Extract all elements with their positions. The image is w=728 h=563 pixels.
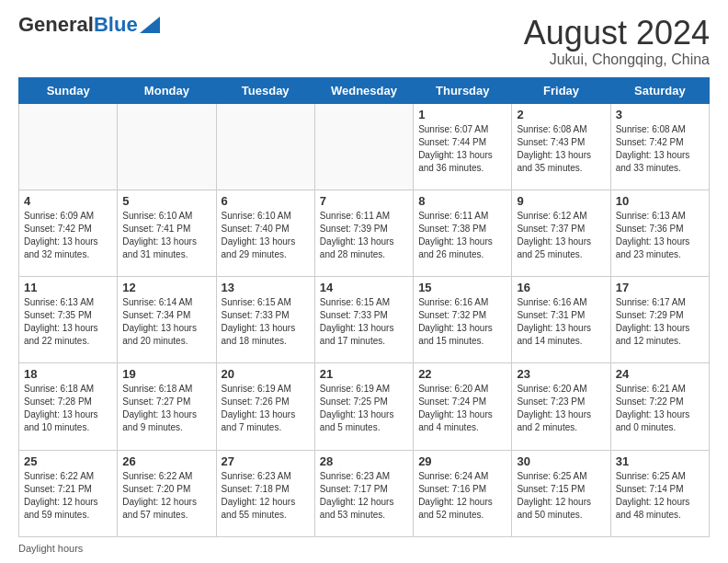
calendar-cell: 21Sunrise: 6:19 AM Sunset: 7:25 PM Dayli… [314, 363, 413, 450]
day-number: 9 [517, 194, 605, 208]
day-info: Sunrise: 6:23 AM Sunset: 7:18 PM Dayligh… [222, 470, 310, 522]
calendar-cell: 27Sunrise: 6:23 AM Sunset: 7:18 PM Dayli… [216, 450, 314, 536]
calendar-cell: 8Sunrise: 6:11 AM Sunset: 7:38 PM Daylig… [414, 190, 512, 276]
header: General Blue August 2024 Jukui, Chongqin… [18, 15, 710, 68]
calendar-cell: 17Sunrise: 6:17 AM Sunset: 7:29 PM Dayli… [610, 277, 709, 363]
day-number: 3 [616, 108, 704, 121]
day-info: Sunrise: 6:21 AM Sunset: 7:22 PM Dayligh… [616, 383, 704, 434]
day-number: 11 [24, 281, 112, 294]
calendar-header-row: SundayMondayTuesdayWednesdayThursdayFrid… [19, 77, 710, 103]
day-info: Sunrise: 6:25 AM Sunset: 7:14 PM Dayligh… [616, 470, 704, 522]
day-info: Sunrise: 6:08 AM Sunset: 7:42 PM Dayligh… [616, 123, 704, 175]
calendar-cell: 29Sunrise: 6:24 AM Sunset: 7:16 PM Dayli… [414, 450, 512, 536]
calendar-cell: 22Sunrise: 6:20 AM Sunset: 7:24 PM Dayli… [414, 363, 512, 450]
day-info: Sunrise: 6:15 AM Sunset: 7:33 PM Dayligh… [320, 296, 408, 348]
calendar-cell: 28Sunrise: 6:23 AM Sunset: 7:17 PM Dayli… [314, 450, 413, 536]
day-info: Sunrise: 6:18 AM Sunset: 7:28 PM Dayligh… [24, 383, 112, 434]
calendar-cell: 10Sunrise: 6:13 AM Sunset: 7:36 PM Dayli… [610, 190, 709, 276]
day-info: Sunrise: 6:15 AM Sunset: 7:33 PM Dayligh… [222, 296, 310, 348]
calendar-cell: 6Sunrise: 6:10 AM Sunset: 7:40 PM Daylig… [216, 190, 314, 276]
day-info: Sunrise: 6:09 AM Sunset: 7:42 PM Dayligh… [24, 210, 112, 261]
day-number: 27 [222, 454, 310, 468]
calendar-cell: 7Sunrise: 6:11 AM Sunset: 7:39 PM Daylig… [314, 190, 413, 276]
day-info: Sunrise: 6:20 AM Sunset: 7:23 PM Dayligh… [517, 383, 605, 434]
day-number: 10 [616, 194, 704, 208]
day-number: 8 [418, 194, 506, 208]
day-number: 26 [122, 454, 210, 468]
day-info: Sunrise: 6:10 AM Sunset: 7:40 PM Dayligh… [222, 210, 310, 261]
day-info: Sunrise: 6:17 AM Sunset: 7:29 PM Dayligh… [616, 296, 704, 348]
day-number: 22 [418, 367, 506, 381]
day-number: 29 [418, 454, 506, 468]
calendar-cell: 14Sunrise: 6:15 AM Sunset: 7:33 PM Dayli… [314, 277, 413, 363]
day-number: 14 [320, 281, 408, 294]
calendar-day-header: Tuesday [216, 77, 314, 103]
page-subtitle: Jukui, Chongqing, China [524, 52, 710, 68]
calendar-day-header: Wednesday [314, 77, 413, 103]
calendar-cell: 4Sunrise: 6:09 AM Sunset: 7:42 PM Daylig… [19, 190, 118, 276]
day-number: 18 [24, 367, 112, 381]
day-number: 30 [517, 454, 605, 468]
calendar-day-header: Saturday [610, 77, 709, 103]
day-info: Sunrise: 6:12 AM Sunset: 7:37 PM Dayligh… [517, 210, 605, 261]
calendar-week-row: 18Sunrise: 6:18 AM Sunset: 7:28 PM Dayli… [19, 363, 710, 450]
calendar-cell [118, 103, 216, 190]
day-number: 19 [122, 367, 210, 381]
day-number: 1 [418, 108, 506, 121]
svg-marker-0 [140, 17, 160, 33]
calendar-cell [19, 103, 118, 190]
daylight-label: Daylight hours [18, 543, 83, 554]
day-info: Sunrise: 6:13 AM Sunset: 7:36 PM Dayligh… [616, 210, 704, 261]
calendar-day-header: Sunday [19, 77, 118, 103]
day-info: Sunrise: 6:07 AM Sunset: 7:44 PM Dayligh… [418, 123, 506, 175]
calendar-cell: 23Sunrise: 6:20 AM Sunset: 7:23 PM Dayli… [512, 363, 610, 450]
logo-blue: Blue [94, 15, 138, 35]
calendar-day-header: Monday [118, 77, 216, 103]
calendar-cell: 20Sunrise: 6:19 AM Sunset: 7:26 PM Dayli… [216, 363, 314, 450]
day-info: Sunrise: 6:18 AM Sunset: 7:27 PM Dayligh… [122, 383, 210, 434]
day-info: Sunrise: 6:22 AM Sunset: 7:20 PM Dayligh… [122, 470, 210, 522]
calendar-cell [314, 103, 413, 190]
day-number: 25 [24, 454, 112, 468]
calendar-cell: 13Sunrise: 6:15 AM Sunset: 7:33 PM Dayli… [216, 277, 314, 363]
calendar-cell: 12Sunrise: 6:14 AM Sunset: 7:34 PM Dayli… [118, 277, 216, 363]
calendar-day-header: Thursday [414, 77, 512, 103]
calendar-cell: 9Sunrise: 6:12 AM Sunset: 7:37 PM Daylig… [512, 190, 610, 276]
day-number: 13 [222, 281, 310, 294]
day-info: Sunrise: 6:10 AM Sunset: 7:41 PM Dayligh… [122, 210, 210, 261]
calendar-cell: 11Sunrise: 6:13 AM Sunset: 7:35 PM Dayli… [19, 277, 118, 363]
day-number: 17 [616, 281, 704, 294]
day-number: 16 [517, 281, 605, 294]
day-number: 24 [616, 367, 704, 381]
logo-general: General [18, 15, 94, 35]
calendar-cell: 19Sunrise: 6:18 AM Sunset: 7:27 PM Dayli… [118, 363, 216, 450]
calendar-cell: 3Sunrise: 6:08 AM Sunset: 7:42 PM Daylig… [610, 103, 709, 190]
day-info: Sunrise: 6:14 AM Sunset: 7:34 PM Dayligh… [122, 296, 210, 348]
calendar-week-row: 11Sunrise: 6:13 AM Sunset: 7:35 PM Dayli… [19, 277, 710, 363]
logo-icon [140, 17, 160, 33]
calendar-cell: 2Sunrise: 6:08 AM Sunset: 7:43 PM Daylig… [512, 103, 610, 190]
day-info: Sunrise: 6:23 AM Sunset: 7:17 PM Dayligh… [320, 470, 408, 522]
calendar-cell: 25Sunrise: 6:22 AM Sunset: 7:21 PM Dayli… [19, 450, 118, 536]
day-info: Sunrise: 6:16 AM Sunset: 7:32 PM Dayligh… [418, 296, 506, 348]
calendar-week-row: 4Sunrise: 6:09 AM Sunset: 7:42 PM Daylig… [19, 190, 710, 276]
calendar-cell: 5Sunrise: 6:10 AM Sunset: 7:41 PM Daylig… [118, 190, 216, 276]
calendar-cell: 30Sunrise: 6:25 AM Sunset: 7:15 PM Dayli… [512, 450, 610, 536]
calendar-cell: 18Sunrise: 6:18 AM Sunset: 7:28 PM Dayli… [19, 363, 118, 450]
day-info: Sunrise: 6:11 AM Sunset: 7:39 PM Dayligh… [320, 210, 408, 261]
calendar-cell: 31Sunrise: 6:25 AM Sunset: 7:14 PM Dayli… [610, 450, 709, 536]
day-number: 20 [222, 367, 310, 381]
calendar-table: SundayMondayTuesdayWednesdayThursdayFrid… [18, 77, 710, 537]
day-info: Sunrise: 6:08 AM Sunset: 7:43 PM Dayligh… [517, 123, 605, 175]
calendar-cell: 1Sunrise: 6:07 AM Sunset: 7:44 PM Daylig… [414, 103, 512, 190]
calendar-cell: 24Sunrise: 6:21 AM Sunset: 7:22 PM Dayli… [610, 363, 709, 450]
title-block: August 2024 Jukui, Chongqing, China [524, 15, 710, 68]
day-number: 5 [122, 194, 210, 208]
day-info: Sunrise: 6:16 AM Sunset: 7:31 PM Dayligh… [517, 296, 605, 348]
day-info: Sunrise: 6:24 AM Sunset: 7:16 PM Dayligh… [418, 470, 506, 522]
day-number: 15 [418, 281, 506, 294]
page-title: August 2024 [524, 15, 710, 52]
calendar-day-header: Friday [512, 77, 610, 103]
day-number: 6 [222, 194, 310, 208]
calendar-week-row: 1Sunrise: 6:07 AM Sunset: 7:44 PM Daylig… [19, 103, 710, 190]
